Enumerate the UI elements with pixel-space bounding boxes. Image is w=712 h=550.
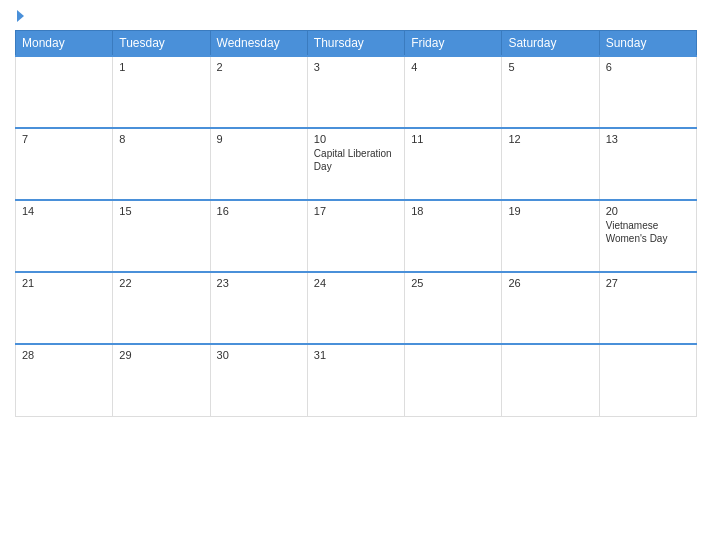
calendar-cell: 10Capital Liberation Day: [307, 128, 404, 200]
day-number: 13: [606, 133, 690, 145]
calendar-cell: 23: [210, 272, 307, 344]
day-number: 2: [217, 61, 301, 73]
event-text: Capital Liberation Day: [314, 148, 392, 172]
day-number: 16: [217, 205, 301, 217]
day-header-saturday: Saturday: [502, 31, 599, 57]
calendar-cell: 18: [405, 200, 502, 272]
calendar-cell: [502, 344, 599, 416]
calendar-cell: 4: [405, 56, 502, 128]
calendar-cell: 24: [307, 272, 404, 344]
day-number: 14: [22, 205, 106, 217]
calendar-cell: 26: [502, 272, 599, 344]
calendar-cell: 12: [502, 128, 599, 200]
day-number: 17: [314, 205, 398, 217]
day-number: 6: [606, 61, 690, 73]
day-number: 27: [606, 277, 690, 289]
week-row-4: 21222324252627: [16, 272, 697, 344]
day-header-sunday: Sunday: [599, 31, 696, 57]
calendar-cell: 19: [502, 200, 599, 272]
day-number: 31: [314, 349, 398, 361]
calendar-header: [15, 10, 697, 22]
event-text: Vietnamese Women's Day: [606, 220, 668, 244]
calendar-cell: 13: [599, 128, 696, 200]
calendar-cell: 22: [113, 272, 210, 344]
calendar-cell: 6: [599, 56, 696, 128]
day-number: 8: [119, 133, 203, 145]
calendar-container: MondayTuesdayWednesdayThursdayFridaySatu…: [0, 0, 712, 550]
week-row-3: 14151617181920Vietnamese Women's Day: [16, 200, 697, 272]
calendar-cell: 21: [16, 272, 113, 344]
day-number: 10: [314, 133, 398, 145]
logo-triangle-icon: [17, 10, 24, 22]
week-row-5: 28293031: [16, 344, 697, 416]
day-number: 12: [508, 133, 592, 145]
day-number: 22: [119, 277, 203, 289]
calendar-cell: 9: [210, 128, 307, 200]
week-row-1: 123456: [16, 56, 697, 128]
calendar-cell: 8: [113, 128, 210, 200]
calendar-cell: 17: [307, 200, 404, 272]
day-number: 11: [411, 133, 495, 145]
calendar-cell: 1: [113, 56, 210, 128]
day-number: 18: [411, 205, 495, 217]
calendar-cell: 15: [113, 200, 210, 272]
day-number: 20: [606, 205, 690, 217]
day-number: 30: [217, 349, 301, 361]
calendar-cell: [405, 344, 502, 416]
day-number: 25: [411, 277, 495, 289]
day-number: 3: [314, 61, 398, 73]
day-number: 19: [508, 205, 592, 217]
day-number: 15: [119, 205, 203, 217]
calendar-cell: 20Vietnamese Women's Day: [599, 200, 696, 272]
day-header-wednesday: Wednesday: [210, 31, 307, 57]
calendar-cell: 2: [210, 56, 307, 128]
day-header-tuesday: Tuesday: [113, 31, 210, 57]
calendar-cell: 5: [502, 56, 599, 128]
calendar-cell: 28: [16, 344, 113, 416]
day-number: 9: [217, 133, 301, 145]
day-number: 23: [217, 277, 301, 289]
day-number: 28: [22, 349, 106, 361]
calendar-cell: 27: [599, 272, 696, 344]
day-number: 21: [22, 277, 106, 289]
calendar-cell: 11: [405, 128, 502, 200]
day-header-monday: Monday: [16, 31, 113, 57]
logo: [15, 10, 24, 22]
day-number: 1: [119, 61, 203, 73]
calendar-cell: 30: [210, 344, 307, 416]
day-header-thursday: Thursday: [307, 31, 404, 57]
days-header-row: MondayTuesdayWednesdayThursdayFridaySatu…: [16, 31, 697, 57]
day-number: 24: [314, 277, 398, 289]
day-number: 5: [508, 61, 592, 73]
calendar-cell: 16: [210, 200, 307, 272]
day-number: 29: [119, 349, 203, 361]
calendar-cell: 14: [16, 200, 113, 272]
day-number: 4: [411, 61, 495, 73]
day-number: 26: [508, 277, 592, 289]
calendar-cell: 7: [16, 128, 113, 200]
calendar-grid: MondayTuesdayWednesdayThursdayFridaySatu…: [15, 30, 697, 417]
calendar-cell: 29: [113, 344, 210, 416]
calendar-cell: [599, 344, 696, 416]
calendar-cell: 31: [307, 344, 404, 416]
calendar-cell: 25: [405, 272, 502, 344]
day-header-friday: Friday: [405, 31, 502, 57]
day-number: 7: [22, 133, 106, 145]
calendar-cell: [16, 56, 113, 128]
week-row-2: 78910Capital Liberation Day111213: [16, 128, 697, 200]
calendar-cell: 3: [307, 56, 404, 128]
